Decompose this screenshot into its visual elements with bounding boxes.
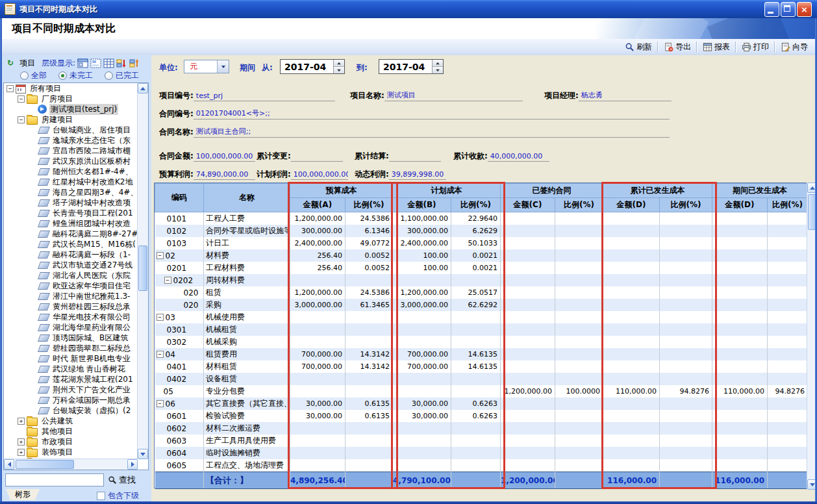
collapse-icon[interactable]: − [157,252,164,259]
from-spin-down-button[interactable] [334,67,344,73]
radio-dot[interactable] [105,71,113,80]
unit-dropdown[interactable]: 元 [184,60,229,73]
tree-item[interactable]: 台银城安装（虚拟）(2 [4,405,138,416]
column-subheader[interactable]: 金额(C) [501,198,555,212]
to-spin-down-button[interactable] [433,67,443,73]
tree-hscrollbar-thumb[interactable] [16,460,74,469]
table-row[interactable]: 0102合同外零星或临时设施等300,000.006.1346300,000.0… [155,225,808,237]
table-row[interactable]: 0101工程人工费1,200,000.0024.53861,100,000.00… [155,212,808,225]
column-group-header[interactable]: 计划成本 [393,184,501,198]
export-button[interactable]: 导出 [659,40,696,54]
column-header-name[interactable]: 名称 [204,184,290,212]
tree-item[interactable]: 黄州碧桂园三标段总承 [4,301,138,312]
tree-item[interactable]: 海昌之星四期3#、4#、 [4,187,138,197]
radio-unfinished[interactable]: 未完工 [58,70,93,81]
refresh-button[interactable]: 刷新 [620,40,657,54]
tree-item[interactable]: 塔子湖村城中村改造项 [4,197,138,208]
column-subheader[interactable]: 比例(%) [555,198,603,212]
column-subheader[interactable]: 金额(D) [603,198,660,212]
column-subheader[interactable]: 金额(A) [290,198,346,212]
tree-item[interactable]: 荆州天下广告文化产业 [4,384,138,395]
contract-amount-value[interactable]: 100,000,000.00 [194,152,255,162]
column-subheader[interactable]: 比例(%) [660,198,712,212]
column-group-header[interactable]: 期间已发生成本 [712,184,808,198]
include-sublevel-checkbox[interactable]: 包含下级 [97,490,139,501]
table-row[interactable]: −04租赁费用700,000.0014.3142700,000.0014.613… [155,348,808,360]
tree-scrollbar-thumb[interactable] [138,246,147,291]
sort-ascending-icon[interactable] [129,58,140,68]
table-row[interactable]: 0302机械采购 [155,336,808,348]
tree-scroll-down-button[interactable] [138,449,148,459]
tree-scroll-left-button[interactable] [4,459,14,470]
level-view-2-icon[interactable] [90,58,101,68]
table-row[interactable]: 05专业分包费1,200,000.00100.0000110,000.0094.… [155,385,808,397]
tree-item[interactable]: 顶琇国际城、B区建筑 [4,333,138,343]
contract-name-value[interactable]: 测试项目主合同;; [194,127,670,138]
radio-all[interactable]: 全部 [20,70,47,81]
table-row[interactable]: 0605工程点交、场地清理费 [155,459,808,472]
table-row[interactable]: 0401材料租赁700,000.0014.3142700,000.0014.61… [155,360,808,373]
table-row[interactable]: 0402设备租赁 [155,373,808,385]
table-row[interactable]: 0604临时设施摊销费 [155,447,808,459]
table-row[interactable]: −06其它直接费（其它直接、30,000.000.613530,000.000.… [155,397,808,410]
tree-search-input[interactable] [5,473,104,486]
tree-item[interactable]: 万科金域国际一期总承 [4,395,138,405]
dropdown-arrow-icon[interactable] [217,60,229,73]
collapse-icon[interactable]: − [6,85,14,92]
table-row[interactable]: −02材料费256.400.0052100.000.0021 [155,249,808,262]
cumulative-receipt-value[interactable]: 40,000,000.00 [488,152,549,162]
tree-item[interactable]: 融科花满庭一标段（1- [4,249,138,260]
print-button[interactable]: 打印 [736,40,774,54]
tree-item[interactable]: 武汉市轨道交通27号线 [4,260,138,270]
period-from-spinner[interactable]: 2017-04 [280,59,345,74]
manager-value[interactable]: 杨志勇 [579,90,672,101]
period-to-spinner[interactable]: 2017-04 [379,59,444,74]
collapse-icon[interactable]: − [157,351,164,358]
checkbox-box[interactable] [97,492,105,500]
to-spin-up-button[interactable] [433,60,443,67]
tree-item[interactable]: 鲤鱼洲组团城中村改造 [4,218,138,229]
table-row[interactable]: −0202周转材料费 [155,274,808,286]
tree-item[interactable]: 华星光电技术有限公司 [4,312,138,322]
collapse-icon[interactable]: − [157,400,164,407]
tree-horizontal-scrollbar[interactable] [4,459,138,470]
tab-tree-view[interactable]: 树形 [6,489,40,500]
column-subheader[interactable]: 金额(D) [712,198,768,212]
table-row[interactable]: 020租赁1,200,000.0024.53861,200,000.0025.0… [155,286,808,299]
column-header-code[interactable]: 编码 [155,184,204,212]
tree-item[interactable]: 融科花满庭二期8#-27# [4,229,138,239]
table-row[interactable]: 0603生产工具用具使用费 [155,435,808,447]
tree-item[interactable]: 武汉东原洪山区板桥村 [4,156,138,166]
column-group-header[interactable]: 预算成本 [290,184,393,198]
table-row[interactable]: 0301机械租赁 [155,323,808,336]
column-subheader[interactable]: 金额(B) [393,198,451,212]
radio-dot[interactable] [58,71,67,80]
tree-item[interactable]: 红星村城中村改造K2地 [4,177,138,187]
column-subheader[interactable]: 比例(%) [451,198,501,212]
tree-item[interactable]: 台银城商业、居住项目 [4,125,138,135]
dynamic-profit-value[interactable]: 39,899,998.00 [389,170,446,180]
tree-item[interactable]: 时代 新世界B机电专业 [4,353,138,364]
column-group-header[interactable]: 累计已发生成本 [603,184,712,198]
tree-item[interactable]: 逸城亲水生态住宅（东 [4,135,138,145]
tree-item[interactable]: 碧桂园翡翠郡二标段总 [4,343,138,353]
collapse-icon[interactable]: − [18,116,25,123]
level-view-1-icon[interactable] [77,58,88,68]
tree-item[interactable]: 潜江中南世纪雅苑1.3- [4,291,138,301]
tree-item[interactable]: 测试项目(test_prj) [4,104,138,114]
period-to-value[interactable]: 2017-04 [379,60,432,73]
expand-icon[interactable]: + [18,449,25,456]
maximize-button[interactable] [781,2,796,17]
expand-icon[interactable]: + [18,438,25,446]
tree-item[interactable]: −厂房项目 [4,94,138,104]
tree-item[interactable]: −所有项目 [4,83,138,94]
close-button[interactable]: × [797,2,812,17]
from-spin-up-button[interactable] [334,60,344,67]
tree-item[interactable]: 随州恒大名都1#-4#、 [4,166,138,177]
table-row[interactable]: 0201工程材料费256.400.0052100.000.0021 [155,262,808,274]
tree-item[interactable]: 莲花湖东景城工程(201 [4,374,138,384]
find-button[interactable]: 查找 [108,474,136,486]
tree-item[interactable]: +市政项目 [4,436,138,447]
tree-vertical-scrollbar[interactable] [137,83,148,459]
period-from-value[interactable]: 2017-04 [281,60,333,73]
